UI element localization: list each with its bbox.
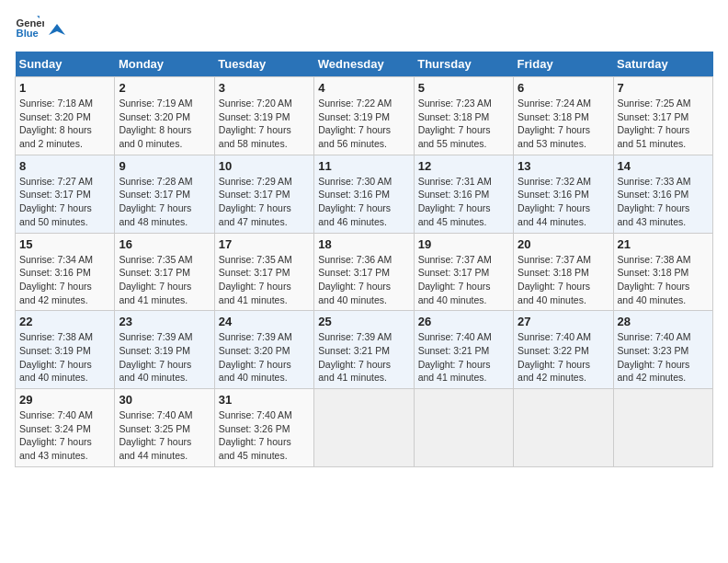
day-info: Sunrise: 7:30 AM Sunset: 3:16 PM Dayligh… xyxy=(318,175,409,229)
weekday-header-friday: Friday xyxy=(514,52,613,77)
day-info: Sunrise: 7:23 AM Sunset: 3:18 PM Dayligh… xyxy=(418,97,509,151)
day-info: Sunrise: 7:20 AM Sunset: 3:19 PM Dayligh… xyxy=(219,97,310,151)
weekday-header-monday: Monday xyxy=(115,52,214,77)
day-number: 7 xyxy=(618,81,709,95)
calendar-cell: 21Sunrise: 7:38 AM Sunset: 3:18 PM Dayli… xyxy=(613,233,712,311)
calendar-cell: 3Sunrise: 7:20 AM Sunset: 3:19 PM Daylig… xyxy=(214,77,313,155)
day-info: Sunrise: 7:29 AM Sunset: 3:17 PM Dayligh… xyxy=(219,175,310,229)
header: General Blue xyxy=(15,15,713,40)
day-info: Sunrise: 7:38 AM Sunset: 3:18 PM Dayligh… xyxy=(618,253,709,307)
day-number: 23 xyxy=(119,315,210,328)
day-info: Sunrise: 7:28 AM Sunset: 3:17 PM Dayligh… xyxy=(119,175,210,229)
weekday-header-tuesday: Tuesday xyxy=(214,52,313,77)
day-info: Sunrise: 7:40 AM Sunset: 3:21 PM Dayligh… xyxy=(418,330,509,385)
calendar-cell: 11Sunrise: 7:30 AM Sunset: 3:16 PM Dayli… xyxy=(314,155,414,233)
svg-text:General: General xyxy=(17,17,44,29)
calendar-cell: 22Sunrise: 7:38 AM Sunset: 3:19 PM Dayli… xyxy=(16,311,115,389)
calendar-cell: 15Sunrise: 7:34 AM Sunset: 3:16 PM Dayli… xyxy=(16,233,115,311)
day-info: Sunrise: 7:36 AM Sunset: 3:17 PM Dayligh… xyxy=(318,253,409,307)
day-number: 17 xyxy=(219,237,310,251)
weekday-header-row: SundayMondayTuesdayWednesdayThursdayFrid… xyxy=(16,52,713,77)
calendar-cell: 9Sunrise: 7:28 AM Sunset: 3:17 PM Daylig… xyxy=(115,155,214,233)
day-info: Sunrise: 7:39 AM Sunset: 3:21 PM Dayligh… xyxy=(318,330,409,385)
day-info: Sunrise: 7:35 AM Sunset: 3:17 PM Dayligh… xyxy=(119,253,210,307)
day-number: 28 xyxy=(618,315,709,328)
day-number: 15 xyxy=(19,237,110,251)
calendar-cell xyxy=(414,389,513,467)
calendar-cell: 29Sunrise: 7:40 AM Sunset: 3:24 PM Dayli… xyxy=(16,389,115,467)
day-info: Sunrise: 7:25 AM Sunset: 3:17 PM Dayligh… xyxy=(618,97,709,151)
calendar-cell: 31Sunrise: 7:40 AM Sunset: 3:26 PM Dayli… xyxy=(214,389,313,467)
day-info: Sunrise: 7:35 AM Sunset: 3:17 PM Dayligh… xyxy=(219,253,310,307)
day-info: Sunrise: 7:38 AM Sunset: 3:19 PM Dayligh… xyxy=(19,330,110,385)
day-number: 5 xyxy=(418,81,509,95)
day-number: 16 xyxy=(119,237,210,251)
day-number: 20 xyxy=(518,237,609,251)
day-info: Sunrise: 7:39 AM Sunset: 3:19 PM Dayligh… xyxy=(119,330,210,385)
day-number: 19 xyxy=(418,237,509,251)
calendar-week-5: 29Sunrise: 7:40 AM Sunset: 3:24 PM Dayli… xyxy=(16,389,713,467)
day-info: Sunrise: 7:19 AM Sunset: 3:20 PM Dayligh… xyxy=(119,97,210,151)
day-number: 26 xyxy=(418,315,509,328)
day-number: 18 xyxy=(318,237,409,251)
day-number: 10 xyxy=(219,159,310,173)
day-number: 21 xyxy=(618,237,709,251)
day-number: 14 xyxy=(618,159,709,173)
calendar-week-1: 1Sunrise: 7:18 AM Sunset: 3:20 PM Daylig… xyxy=(16,77,713,155)
day-number: 29 xyxy=(19,393,110,407)
weekday-header-wednesday: Wednesday xyxy=(314,52,414,77)
day-info: Sunrise: 7:40 AM Sunset: 3:23 PM Dayligh… xyxy=(618,330,709,385)
calendar-cell xyxy=(514,389,613,467)
weekday-header-saturday: Saturday xyxy=(613,52,712,77)
calendar-table: SundayMondayTuesdayWednesdayThursdayFrid… xyxy=(15,52,713,467)
day-info: Sunrise: 7:22 AM Sunset: 3:19 PM Dayligh… xyxy=(318,97,409,151)
calendar-cell: 5Sunrise: 7:23 AM Sunset: 3:18 PM Daylig… xyxy=(414,77,513,155)
day-info: Sunrise: 7:27 AM Sunset: 3:17 PM Dayligh… xyxy=(19,175,110,229)
day-number: 25 xyxy=(318,315,409,328)
day-info: Sunrise: 7:40 AM Sunset: 3:25 PM Dayligh… xyxy=(119,408,210,463)
day-number: 22 xyxy=(19,315,110,328)
logo-icon: General Blue xyxy=(15,15,44,40)
calendar-cell: 6Sunrise: 7:24 AM Sunset: 3:18 PM Daylig… xyxy=(514,77,613,155)
logo-bird-icon xyxy=(49,22,65,37)
day-number: 24 xyxy=(219,315,310,328)
calendar-cell: 17Sunrise: 7:35 AM Sunset: 3:17 PM Dayli… xyxy=(214,233,313,311)
day-number: 6 xyxy=(518,81,609,95)
calendar-cell: 1Sunrise: 7:18 AM Sunset: 3:20 PM Daylig… xyxy=(16,77,115,155)
day-info: Sunrise: 7:40 AM Sunset: 3:22 PM Dayligh… xyxy=(518,330,609,385)
day-number: 8 xyxy=(19,159,110,173)
calendar-cell: 26Sunrise: 7:40 AM Sunset: 3:21 PM Dayli… xyxy=(414,311,513,389)
calendar-cell: 12Sunrise: 7:31 AM Sunset: 3:16 PM Dayli… xyxy=(414,155,513,233)
day-info: Sunrise: 7:24 AM Sunset: 3:18 PM Dayligh… xyxy=(518,97,609,151)
calendar-cell: 16Sunrise: 7:35 AM Sunset: 3:17 PM Dayli… xyxy=(115,233,214,311)
calendar-cell: 24Sunrise: 7:39 AM Sunset: 3:20 PM Dayli… xyxy=(214,311,313,389)
day-number: 12 xyxy=(418,159,509,173)
day-number: 31 xyxy=(219,393,310,407)
calendar-cell: 18Sunrise: 7:36 AM Sunset: 3:17 PM Dayli… xyxy=(314,233,414,311)
day-number: 27 xyxy=(518,315,609,328)
calendar-cell: 4Sunrise: 7:22 AM Sunset: 3:19 PM Daylig… xyxy=(314,77,414,155)
svg-text:Blue: Blue xyxy=(17,28,39,39)
day-number: 4 xyxy=(318,81,409,95)
day-info: Sunrise: 7:31 AM Sunset: 3:16 PM Dayligh… xyxy=(418,175,509,229)
day-number: 1 xyxy=(19,81,110,95)
calendar-cell: 20Sunrise: 7:37 AM Sunset: 3:18 PM Dayli… xyxy=(514,233,613,311)
day-number: 3 xyxy=(219,81,310,95)
day-info: Sunrise: 7:18 AM Sunset: 3:20 PM Dayligh… xyxy=(19,97,110,151)
day-info: Sunrise: 7:39 AM Sunset: 3:20 PM Dayligh… xyxy=(219,330,310,385)
calendar-cell: 19Sunrise: 7:37 AM Sunset: 3:17 PM Dayli… xyxy=(414,233,513,311)
calendar-cell: 8Sunrise: 7:27 AM Sunset: 3:17 PM Daylig… xyxy=(16,155,115,233)
day-info: Sunrise: 7:33 AM Sunset: 3:16 PM Dayligh… xyxy=(618,175,709,229)
day-info: Sunrise: 7:32 AM Sunset: 3:16 PM Dayligh… xyxy=(518,175,609,229)
day-number: 9 xyxy=(119,159,210,173)
calendar-week-3: 15Sunrise: 7:34 AM Sunset: 3:16 PM Dayli… xyxy=(16,233,713,311)
calendar-cell xyxy=(613,389,712,467)
svg-marker-3 xyxy=(49,24,65,35)
calendar-cell: 10Sunrise: 7:29 AM Sunset: 3:17 PM Dayli… xyxy=(214,155,313,233)
day-number: 30 xyxy=(119,393,210,407)
calendar-cell: 25Sunrise: 7:39 AM Sunset: 3:21 PM Dayli… xyxy=(314,311,414,389)
calendar-week-2: 8Sunrise: 7:27 AM Sunset: 3:17 PM Daylig… xyxy=(16,155,713,233)
calendar-cell: 30Sunrise: 7:40 AM Sunset: 3:25 PM Dayli… xyxy=(115,389,214,467)
weekday-header-sunday: Sunday xyxy=(16,52,115,77)
calendar-week-4: 22Sunrise: 7:38 AM Sunset: 3:19 PM Dayli… xyxy=(16,311,713,389)
